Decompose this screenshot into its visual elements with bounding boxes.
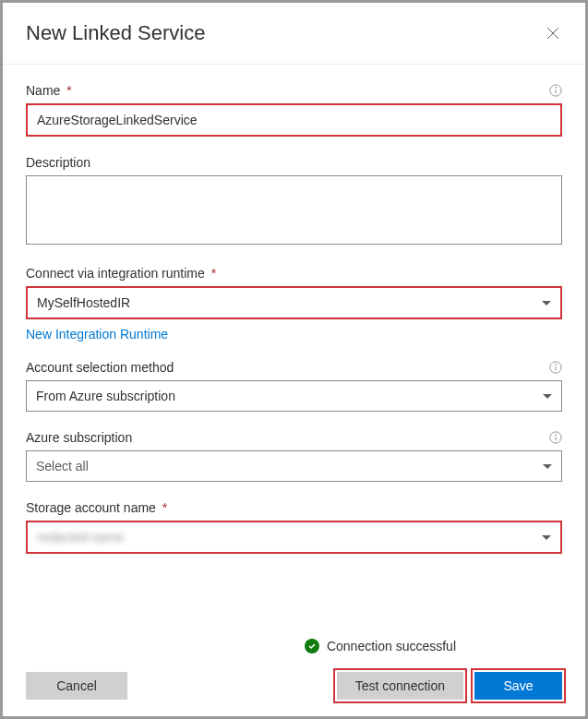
chevron-down-icon xyxy=(543,394,552,399)
runtime-label: Connect via integration runtime xyxy=(26,266,205,281)
linked-service-panel: New Linked Service Name * xyxy=(3,3,585,716)
success-icon xyxy=(305,639,319,653)
description-field: Description xyxy=(26,155,562,247)
runtime-value: MySelfHostedIR xyxy=(37,295,130,310)
required-marker: * xyxy=(162,500,167,515)
account-method-field: Account selection method From Azure subs… xyxy=(26,360,562,412)
info-icon xyxy=(549,84,562,97)
subscription-dropdown[interactable]: Select all xyxy=(26,450,562,482)
account-method-value: From Azure subscription xyxy=(36,389,175,403)
test-connection-button[interactable]: Test connection xyxy=(337,672,463,700)
description-input[interactable] xyxy=(26,175,562,245)
button-row: Cancel Test connection Save xyxy=(26,672,562,700)
chevron-down-icon xyxy=(542,535,551,540)
storage-account-dropdown[interactable]: redacted-name xyxy=(26,521,562,554)
chevron-down-icon xyxy=(542,301,551,306)
name-label: Name xyxy=(26,83,60,98)
storage-account-field: Storage account name * redacted-name xyxy=(26,500,562,554)
description-label: Description xyxy=(26,155,90,170)
account-method-label: Account selection method xyxy=(26,360,174,375)
subscription-value: Select all xyxy=(36,459,89,473)
name-field: Name * xyxy=(26,83,562,137)
close-icon xyxy=(546,26,560,41)
panel-content: Name * Description Connect via integrat xyxy=(3,65,585,629)
panel-header: New Linked Service xyxy=(3,3,585,65)
storage-account-label: Storage account name xyxy=(26,500,156,515)
storage-account-value: redacted-name xyxy=(37,530,124,545)
chevron-down-icon xyxy=(543,464,552,469)
account-method-dropdown[interactable]: From Azure subscription xyxy=(26,380,562,412)
subscription-label: Azure subscription xyxy=(26,430,132,445)
info-icon xyxy=(549,361,562,374)
cancel-button[interactable]: Cancel xyxy=(26,672,127,700)
name-input[interactable] xyxy=(26,103,562,137)
connection-status: Connection successful xyxy=(26,639,562,653)
status-text: Connection successful xyxy=(327,639,456,653)
svg-point-7 xyxy=(556,365,557,365)
subscription-field: Azure subscription Select all xyxy=(26,430,562,482)
panel-footer: Connection successful Cancel Test connec… xyxy=(3,629,585,716)
close-button[interactable] xyxy=(544,24,562,42)
panel-title: New Linked Service xyxy=(26,21,205,45)
info-icon xyxy=(549,431,562,444)
runtime-field: Connect via integration runtime * MySelf… xyxy=(26,266,562,342)
required-marker: * xyxy=(211,266,216,281)
svg-point-10 xyxy=(556,435,557,436)
new-integration-runtime-link[interactable]: New Integration Runtime xyxy=(26,327,168,342)
required-marker: * xyxy=(66,83,71,98)
runtime-dropdown[interactable]: MySelfHostedIR xyxy=(26,286,562,319)
svg-point-4 xyxy=(556,88,557,89)
save-button[interactable]: Save xyxy=(474,672,562,700)
